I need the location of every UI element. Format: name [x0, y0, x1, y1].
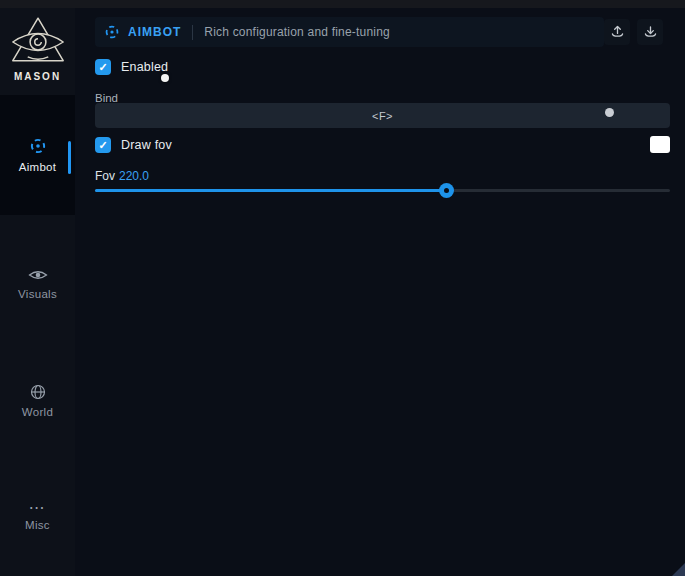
- window-corner-accent: [672, 563, 685, 576]
- drag-dot: [605, 108, 614, 117]
- fov-slider-fill: [95, 189, 446, 192]
- top-strip: [0, 0, 685, 8]
- sidebar-item-label: World: [22, 406, 53, 418]
- sidebar-item-label: Misc: [25, 519, 50, 531]
- section-subtitle: Rich configuration and fine-tuning: [204, 25, 390, 39]
- logo: MASON: [0, 16, 75, 82]
- section-header: AIMBOT Rich configuration and fine-tunin…: [95, 17, 604, 47]
- bind-value: <F>: [372, 110, 393, 122]
- main-panel: AIMBOT Rich configuration and fine-tunin…: [75, 8, 685, 576]
- upload-config-button[interactable]: [604, 19, 630, 45]
- header-divider: [192, 25, 193, 40]
- draw-fov-row: ✓ Draw fov: [95, 136, 172, 154]
- draw-fov-checkbox[interactable]: ✓: [95, 137, 111, 153]
- fov-slider-thumb[interactable]: [439, 183, 454, 198]
- logo-text: MASON: [0, 71, 75, 82]
- sidebar-item-misc[interactable]: ⋯ Misc: [0, 491, 75, 543]
- enabled-checkbox[interactable]: ✓: [95, 59, 111, 75]
- crosshair-icon: [29, 137, 47, 155]
- fov-color-swatch[interactable]: [650, 136, 670, 153]
- download-icon: [643, 25, 658, 40]
- eye-icon: [28, 268, 48, 282]
- eye-pyramid-logo-icon: [10, 16, 66, 68]
- check-icon: ✓: [98, 62, 107, 73]
- sidebar-item-label: Aimbot: [19, 161, 57, 173]
- draw-fov-label: Draw fov: [121, 138, 172, 152]
- crosshair-icon: [104, 24, 120, 40]
- ellipsis-icon: ⋯: [29, 503, 47, 513]
- cursor-dot: [161, 74, 169, 82]
- app-window: MASON Aimbot Visuals: [0, 0, 685, 576]
- sidebar-item-aimbot[interactable]: Aimbot: [0, 95, 75, 215]
- globe-icon: [30, 384, 46, 400]
- sidebar-item-world[interactable]: World: [0, 372, 75, 430]
- download-config-button[interactable]: [637, 19, 663, 45]
- section-title: AIMBOT: [128, 25, 181, 39]
- enabled-row: ✓ Enabled: [95, 58, 168, 76]
- bind-keybind-input[interactable]: <F>: [95, 103, 670, 128]
- upload-icon: [610, 25, 625, 40]
- active-indicator: [68, 141, 71, 174]
- enabled-label: Enabled: [121, 60, 168, 74]
- sidebar: MASON Aimbot Visuals: [0, 8, 75, 576]
- sidebar-item-visuals[interactable]: Visuals: [0, 255, 75, 313]
- sidebar-item-label: Visuals: [18, 288, 57, 300]
- check-icon: ✓: [98, 140, 107, 151]
- fov-slider[interactable]: [95, 180, 670, 200]
